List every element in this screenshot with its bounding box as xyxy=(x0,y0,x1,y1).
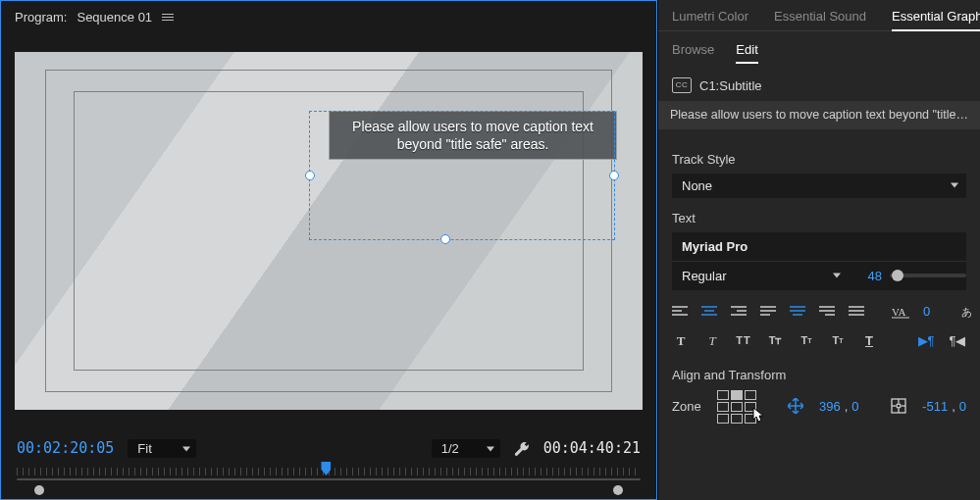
out-point-marker[interactable] xyxy=(613,485,623,495)
in-point-marker[interactable] xyxy=(34,485,44,495)
program-controls: 00:02:20:05 Fit 1/2 00:04:40:21 xyxy=(1,429,656,460)
mini-timeline[interactable] xyxy=(17,464,641,493)
justify-last-right-icon[interactable] xyxy=(819,304,835,320)
justify-last-left-icon[interactable] xyxy=(760,304,776,320)
position-x[interactable]: 396 xyxy=(819,400,841,413)
tab-lumetri-color[interactable]: Lumetri Color xyxy=(672,10,748,30)
zone-label: Zone xyxy=(672,400,701,413)
tab-essential-sound[interactable]: Essential Sound xyxy=(774,10,866,30)
app-root: Program: Sequence 01 Please allow users … xyxy=(0,0,980,500)
zone-cell-bl[interactable] xyxy=(717,414,729,424)
svg-text:あ: あ xyxy=(961,306,972,318)
layer-row[interactable]: CC C1:Subtitle xyxy=(658,72,980,99)
position-icon xyxy=(788,398,803,414)
resolution-select[interactable]: 1/2 xyxy=(432,439,500,458)
track-style-value: None xyxy=(682,179,712,192)
program-monitor[interactable]: Please allow users to move caption text … xyxy=(15,52,643,410)
align-right-icon[interactable] xyxy=(731,304,747,320)
program-sequence-name: Sequence 01 xyxy=(77,11,152,24)
chevron-down-icon xyxy=(951,183,958,188)
paragraph-align-row: VA 0 あ 0 xyxy=(658,290,980,324)
underline-icon[interactable]: T xyxy=(860,333,878,349)
ltr-icon[interactable]: ▶¶ xyxy=(917,333,935,349)
selection-handle-right[interactable] xyxy=(609,171,619,180)
zone-cell-bc[interactable] xyxy=(731,414,743,424)
font-size-control: 48 xyxy=(849,270,966,282)
zone-grid-wrap xyxy=(717,389,756,424)
rtl-icon[interactable]: ¶◀ xyxy=(949,333,966,349)
anchor-point-icon xyxy=(891,398,906,414)
anchor-y[interactable]: 0 xyxy=(959,400,966,413)
align-left-icon[interactable] xyxy=(672,304,688,320)
position-y[interactable]: 0 xyxy=(851,400,858,413)
caption-track-icon: CC xyxy=(672,77,692,93)
monitor-wrap: Please allow users to move caption text … xyxy=(1,31,656,429)
position-xy[interactable]: 396, 0 xyxy=(819,400,859,413)
svg-text:VA: VA xyxy=(892,306,906,318)
chevron-down-icon xyxy=(833,274,841,278)
align-center-icon[interactable] xyxy=(701,304,717,320)
timecode-current[interactable]: 00:02:20:05 xyxy=(17,441,114,456)
kerning-value[interactable]: 0 xyxy=(923,305,930,318)
faux-bold-icon[interactable]: T xyxy=(672,333,690,349)
zone-row: Zone xyxy=(658,381,980,424)
zone-cell-mc[interactable] xyxy=(731,402,743,412)
zone-cell-tr[interactable] xyxy=(745,390,756,400)
timecode-total: 00:04:40:21 xyxy=(543,441,641,456)
anchor-x[interactable]: -511 xyxy=(922,400,948,413)
tsume-icon: あ xyxy=(957,304,975,320)
selection-handle-left[interactable] xyxy=(305,171,315,180)
subtab-edit[interactable]: Edit xyxy=(736,43,757,62)
font-style-value: Regular xyxy=(682,269,727,283)
tab-essential-graphics[interactable]: Essential Graphics xyxy=(892,10,980,30)
zoom-select-label: Fit xyxy=(137,442,151,455)
program-monitor-panel: Program: Sequence 01 Please allow users … xyxy=(0,0,657,500)
caption-text-field[interactable]: Please allow users to move caption text … xyxy=(658,101,980,129)
all-caps-icon[interactable]: TT xyxy=(735,333,752,349)
font-size-slider[interactable] xyxy=(890,274,966,277)
kerning-icon: VA xyxy=(892,304,909,320)
selection-handle-bottom-center[interactable] xyxy=(440,234,450,244)
track-style-select[interactable]: None xyxy=(672,174,966,198)
chevron-down-icon xyxy=(182,446,190,451)
font-block: Myriad Pro Regular 48 xyxy=(672,232,966,290)
justify-last-center-icon[interactable] xyxy=(790,304,805,320)
track-style-label: Track Style xyxy=(658,139,980,174)
subtab-browse[interactable]: Browse xyxy=(672,43,714,62)
panel-menu-icon[interactable] xyxy=(162,14,174,21)
zone-cell-br[interactable] xyxy=(745,414,756,424)
font-size-value[interactable]: 48 xyxy=(868,270,882,282)
faux-italic-icon[interactable]: T xyxy=(703,333,721,349)
layer-name: C1:Subtitle xyxy=(699,79,762,92)
zone-grid[interactable] xyxy=(717,390,756,424)
text-section-label: Text xyxy=(658,198,980,232)
justify-all-icon[interactable] xyxy=(849,304,864,320)
timeline-track xyxy=(17,478,641,480)
settings-wrench-icon[interactable] xyxy=(514,441,530,457)
align-transform-label: Align and Transform xyxy=(658,353,980,381)
zone-cell-tc[interactable] xyxy=(731,390,743,400)
font-style-row: T T TT Tᴛ TT TT T ▶¶ ¶◀ xyxy=(658,324,980,353)
panel-tabs: Lumetri Color Essential Sound Essential … xyxy=(658,0,980,31)
svg-point-27 xyxy=(897,404,901,408)
selection-bounding-box[interactable] xyxy=(309,111,615,240)
chevron-down-icon xyxy=(487,446,494,451)
resolution-select-label: 1/2 xyxy=(441,442,459,455)
subscript-icon[interactable]: TT xyxy=(829,333,847,349)
program-title-prefix: Program: xyxy=(15,11,67,24)
font-family-select[interactable]: Myriad Pro xyxy=(672,232,966,262)
small-caps-icon[interactable]: Tᴛ xyxy=(766,333,784,349)
eg-subtabs: Browse Edit xyxy=(658,31,980,72)
superscript-icon[interactable]: TT xyxy=(798,333,815,349)
font-row-2: Regular 48 xyxy=(672,262,966,290)
right-panel: Lumetri Color Essential Sound Essential … xyxy=(657,0,980,500)
font-style-select[interactable]: Regular xyxy=(672,262,849,290)
program-header: Program: Sequence 01 xyxy=(1,1,656,31)
zone-cell-tl[interactable] xyxy=(717,390,729,400)
zone-cell-mr[interactable] xyxy=(745,402,756,412)
zone-cell-ml[interactable] xyxy=(717,402,729,412)
anchor-xy[interactable]: -511, 0 xyxy=(922,400,966,413)
zoom-select[interactable]: Fit xyxy=(128,439,196,458)
slider-knob-icon[interactable] xyxy=(892,270,903,281)
